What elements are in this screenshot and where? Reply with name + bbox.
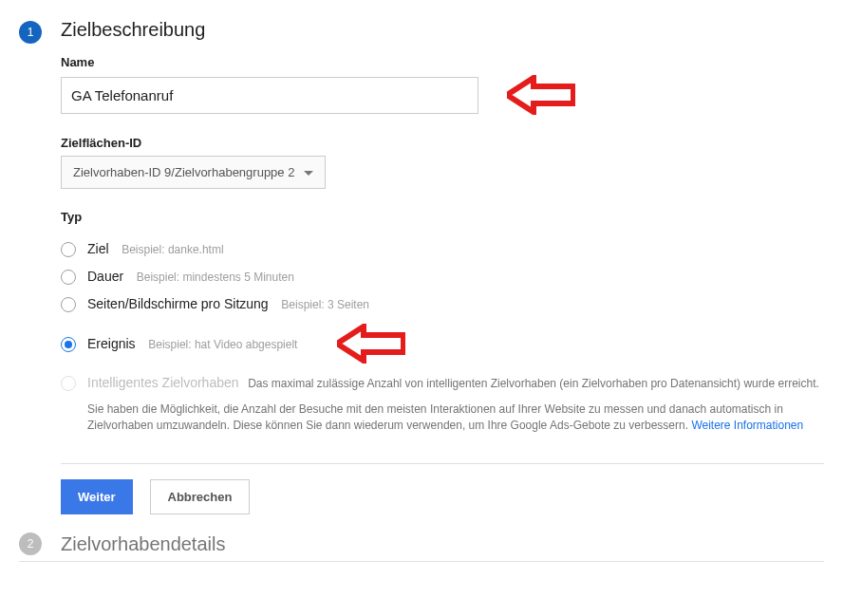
continue-button[interactable]: Weiter <box>61 479 133 514</box>
goal-id-label: Zielflächen-ID <box>61 136 824 150</box>
radio-row-event[interactable]: Ereignis Beispiel: hat Video abgespielt <box>61 318 824 369</box>
cancel-button[interactable]: Abbrechen <box>150 479 251 514</box>
step-1-number: 1 <box>19 21 42 44</box>
radio-example-event: Beispiel: hat Video abgespielt <box>148 338 297 351</box>
smart-note-block: Sie haben die Möglichkeit, die Anzahl de… <box>61 401 824 435</box>
smart-note-link[interactable]: Weitere Informationen <box>691 419 803 432</box>
step-1-title: Zielbeschreibung <box>61 19 824 41</box>
radio-row-smart: Intelligentes Zielvorhaben Das maximal z… <box>61 369 824 398</box>
step-1: 1 Zielbeschreibung Name Zielflächen-ID Z… <box>19 19 824 533</box>
radio-example-destination: Beispiel: danke.html <box>122 243 223 256</box>
step-2-title: Zielvorhabendetails <box>61 533 225 555</box>
name-row <box>61 75 824 115</box>
radio-desc-smart: Das maximal zulässige Anzahl von intelli… <box>248 377 819 390</box>
radio-label-pages: Seiten/Bildschirme pro Sitzung <box>87 296 269 311</box>
radio-example-pages: Beispiel: 3 Seiten <box>281 298 369 311</box>
name-label: Name <box>61 55 824 69</box>
goal-id-select[interactable]: Zielvorhaben-ID 9/Zielvorhabengruppe 2 <box>61 156 326 189</box>
goal-id-value: Zielvorhaben-ID 9/Zielvorhabengruppe 2 <box>73 165 294 179</box>
name-input[interactable] <box>61 77 478 114</box>
arrow-icon <box>337 324 405 364</box>
radio-label-destination: Ziel <box>87 241 109 256</box>
radio-label-duration: Dauer <box>87 269 123 284</box>
radio-smart <box>61 376 76 391</box>
step-2-number: 2 <box>19 532 42 555</box>
caret-down-icon <box>304 165 313 179</box>
radio-destination[interactable] <box>61 242 76 257</box>
radio-example-duration: Beispiel: mindestens 5 Minuten <box>137 271 294 284</box>
type-radio-group: Ziel Beispiel: danke.html Dauer Beispiel… <box>61 230 824 435</box>
radio-event[interactable] <box>61 337 76 352</box>
radio-row-duration[interactable]: Dauer Beispiel: mindestens 5 Minuten <box>61 263 824 290</box>
step-2: 2 Zielvorhabendetails <box>19 533 824 562</box>
radio-pages[interactable] <box>61 297 76 312</box>
button-row: Weiter Abbrechen <box>61 479 824 514</box>
radio-label-smart: Intelligentes Zielvorhaben <box>87 375 239 390</box>
type-label: Typ <box>61 210 824 224</box>
radio-row-destination[interactable]: Ziel Beispiel: danke.html <box>61 235 824 263</box>
divider <box>61 463 824 464</box>
radio-row-pages[interactable]: Seiten/Bildschirme pro Sitzung Beispiel:… <box>61 290 824 318</box>
smart-note-text: Sie haben die Möglichkeit, die Anzahl de… <box>87 402 783 432</box>
arrow-icon <box>507 75 575 115</box>
radio-duration[interactable] <box>61 270 76 285</box>
radio-label-event: Ereignis <box>87 336 136 351</box>
